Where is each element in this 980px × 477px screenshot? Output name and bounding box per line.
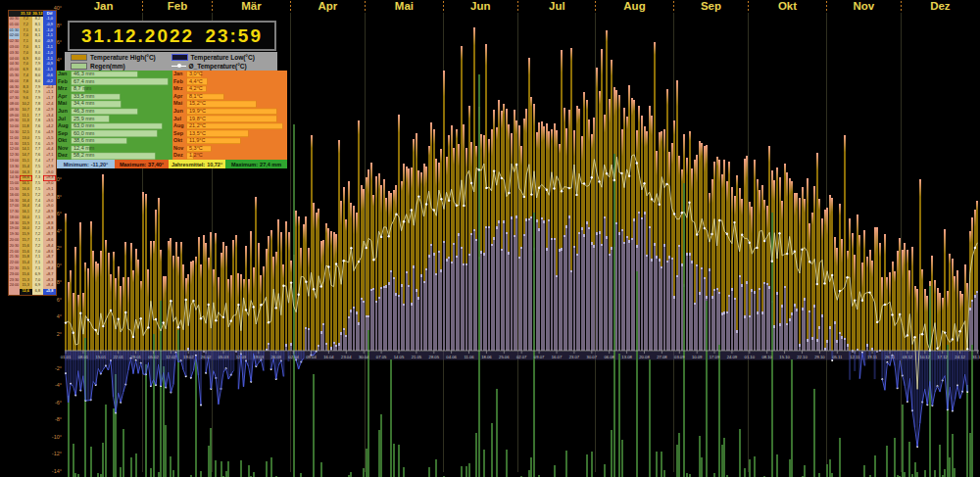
svg-text:Jun: Jun	[470, 0, 490, 12]
svg-text:-8°: -8°	[55, 416, 62, 422]
svg-text:-14°: -14°	[52, 468, 62, 474]
clock-date: 31.12.2022	[81, 25, 194, 47]
svg-text:01.01: 01.01	[61, 355, 72, 359]
below-zero-low-series	[65, 351, 968, 448]
rain-table-row: Sep60,0 mm	[57, 130, 172, 138]
sidebar-summary-row: 12,6 6,8+5,8	[9, 289, 56, 295]
rain-table-row: Mai34,4 mm	[57, 100, 172, 108]
chart-legend: Temperature High(°C) Temperature Low(°C)…	[65, 52, 277, 71]
svg-text:19.02: 19.02	[183, 355, 194, 359]
svg-text:Jul: Jul	[549, 0, 565, 12]
svg-text:17.09: 17.09	[710, 355, 720, 359]
svg-text:Apr: Apr	[318, 0, 337, 12]
avg-temperature-line-icon	[172, 66, 186, 67]
svg-text:09.07: 09.07	[534, 355, 545, 359]
svg-text:Mai: Mai	[395, 0, 414, 12]
legend-label-low: Temperature Low(°C)	[191, 54, 255, 61]
svg-text:25.06: 25.06	[499, 355, 510, 359]
svg-text:21.05: 21.05	[412, 355, 422, 359]
svg-text:08.10: 08.10	[761, 355, 772, 359]
svg-text:22.10: 22.10	[797, 355, 808, 359]
svg-text:8°: 8°	[57, 279, 62, 285]
svg-text:24.09: 24.09	[727, 355, 738, 359]
temp-table-row: Nov5,3°C	[172, 145, 287, 153]
svg-text:Jan: Jan	[94, 0, 114, 12]
svg-text:09.04: 09.04	[306, 355, 317, 359]
svg-text:-12°: -12°	[52, 451, 62, 456]
svg-text:06.08: 06.08	[604, 355, 614, 359]
rain-table-row: Nov12,4 mm	[57, 145, 172, 153]
weather-app-window: 01.0108.0115.0122.0129.0105.0212.0219.02…	[0, 0, 980, 477]
svg-text:29.01: 29.01	[130, 355, 141, 359]
temp-table-row: Dez1,2°C	[172, 152, 287, 160]
svg-text:-2°: -2°	[55, 365, 62, 371]
svg-text:12.02: 12.02	[166, 355, 176, 359]
stat-minimum: Minimum: -11,20°	[57, 160, 115, 168]
svg-text:26.11: 26.11	[885, 355, 896, 359]
clock-panel: 31.12.2022 23:59	[68, 21, 276, 51]
rain-table-row: Feb67,4 mm	[57, 78, 172, 86]
svg-text:Dez: Dez	[930, 0, 951, 12]
svg-text:Sep: Sep	[701, 0, 721, 12]
svg-text:24.12: 24.12	[955, 355, 965, 359]
svg-text:26.02: 26.02	[201, 355, 212, 359]
svg-text:08.01: 08.01	[78, 355, 89, 359]
svg-text:-10°: -10°	[52, 434, 62, 440]
rain-table-row: Aug63,0 mm	[57, 122, 172, 130]
legend-label-high: Temperature High(°C)	[90, 54, 156, 61]
svg-text:Aug: Aug	[623, 0, 645, 12]
svg-text:04.06: 04.06	[446, 355, 457, 359]
svg-text:02.04: 02.04	[288, 355, 299, 359]
svg-text:01.10: 01.10	[745, 355, 756, 359]
stat-annual-mean: Jahresmittel: 10,72°	[169, 160, 225, 168]
svg-text:12.03: 12.03	[236, 355, 247, 359]
svg-text:Feb: Feb	[168, 0, 187, 12]
rain-table-row: Dez58,2 mm	[57, 152, 172, 160]
rain-table-row: Jan46,3 mm	[57, 71, 172, 78]
svg-text:07.05: 07.05	[376, 355, 387, 359]
svg-text:10.09: 10.09	[692, 355, 703, 359]
temp-table-row: Jan3,0°C	[172, 71, 287, 78]
svg-text:6°: 6°	[57, 297, 62, 303]
svg-text:15.10: 15.10	[779, 355, 790, 359]
legend-item-rain: Regen(mm)	[71, 63, 172, 70]
temp-table-row: Apr8,1°C	[172, 93, 287, 101]
svg-text:23.04: 23.04	[341, 355, 352, 359]
svg-text:13.08: 13.08	[621, 355, 632, 359]
month-axis-labels: JanFebMärAprMaiJunJulAugSepOktNovDez	[94, 0, 951, 12]
monthly-temperature-table: Jan3,0°CFeb4,4°CMrz4,2°CApr8,1°CMai15,2°…	[172, 71, 287, 160]
svg-text:Nov: Nov	[854, 0, 875, 12]
legend-item-high: Temperature High(°C)	[71, 54, 172, 61]
svg-text:14.05: 14.05	[394, 355, 405, 359]
hourly-comparison-table: 31.12 30.12Dif 00:307,2 8,2-1,0 01:007,2…	[8, 10, 57, 296]
temp-table-row: Mrz4,2°C	[172, 85, 287, 93]
svg-text:4°: 4°	[57, 313, 62, 319]
svg-text:2°: 2°	[57, 331, 62, 337]
svg-text:10.12: 10.12	[920, 355, 931, 359]
svg-text:-4°: -4°	[55, 382, 62, 388]
svg-text:27.08: 27.08	[657, 355, 667, 359]
svg-text:18.06: 18.06	[481, 355, 492, 359]
svg-text:31.12: 31.12	[972, 355, 980, 359]
temp-table-row: Okt11,9°C	[172, 137, 287, 145]
temp-table-row: Sep13,5°C	[172, 130, 287, 138]
svg-text:16.04: 16.04	[323, 355, 334, 359]
svg-text:Mär: Mär	[241, 0, 262, 12]
temperature-high-swatch-icon	[71, 54, 87, 61]
monthly-rain-table: Jan46,3 mmFeb67,4 mmMrz8,7 mmApr33,5 mmM…	[57, 71, 172, 160]
svg-text:03.12: 03.12	[903, 355, 913, 359]
svg-text:28.05: 28.05	[429, 355, 440, 359]
temp-table-row: Jun19,9°C	[172, 108, 287, 116]
rain-table-row: Okt38,6 mm	[57, 137, 172, 145]
rain-table-row: Jun46,3 mm	[57, 108, 172, 116]
legend-label-rain: Regen(mm)	[90, 63, 125, 70]
rain-table-row: Apr33,5 mm	[57, 93, 172, 101]
temp-table-row: Mai15,2°C	[172, 100, 287, 108]
svg-text:12.11: 12.11	[850, 355, 860, 359]
svg-text:16.07: 16.07	[552, 355, 563, 359]
temp-table-row: Jul19,8°C	[172, 115, 287, 122]
svg-text:-6°: -6°	[55, 400, 62, 405]
svg-text:05.02: 05.02	[148, 355, 159, 359]
temperature-low-swatch-icon	[172, 54, 188, 61]
svg-text:Okt: Okt	[778, 0, 797, 12]
